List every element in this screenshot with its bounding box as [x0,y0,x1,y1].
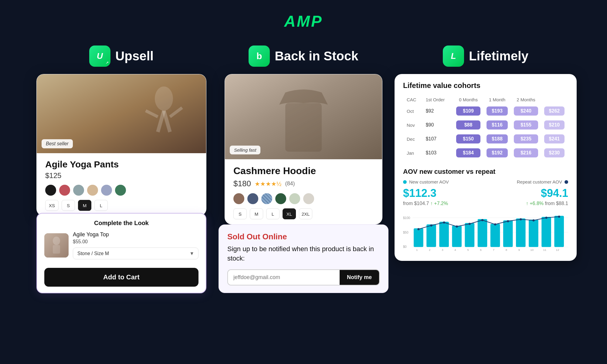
sold-out-title: Sold Out Online [227,232,380,241]
swatch-light-gray[interactable] [303,193,314,204]
legend-repeat-label: Repeat customer AOV [517,179,562,184]
lifetimely-header: L Lifetimely [443,46,528,67]
color-swatches [45,185,198,196]
svg-rect-19 [439,222,449,247]
size-l[interactable]: L [94,200,108,211]
col-header-0mo: 0 Months [454,96,483,103]
product-price: $125 [45,171,198,180]
svg-point-33 [469,223,471,225]
swatch-brown[interactable] [233,193,244,204]
variant-select[interactable]: Stone / Size M Black / Size S White / Si… [73,248,198,259]
svg-point-38 [532,219,534,221]
cell-0mo: $188 [484,133,510,145]
back-size-m[interactable]: M [250,208,263,219]
swatch-navy[interactable] [247,193,258,204]
col-header-2mo: 2 Months [511,96,541,103]
svg-rect-18 [426,224,436,247]
variant-select-wrapper: Stone / Size M Black / Size S White / Si… [73,248,198,259]
svg-rect-10 [285,103,322,152]
svg-point-30 [430,224,432,227]
product-row-info: Agile Yoga Top $55.00 Stone / Size M Bla… [73,231,198,259]
legend-new-customer: New customer AOV [403,179,449,184]
back-in-stock-icon: b [249,46,270,67]
notify-button[interactable]: Notify me [340,270,379,285]
complete-look-title: Complete the Look [44,220,198,227]
cell-month: Oct [404,105,422,117]
svg-point-29 [417,228,419,230]
cell-0mo: $192 [484,147,510,159]
svg-rect-8 [53,245,60,254]
price-rating-row: $180 ★★★★½ (84) [233,179,374,188]
product-name: Agile Yoga Pants [45,159,198,170]
add-to-cart-button[interactable]: Add to Cart [44,268,198,287]
size-s[interactable]: S [62,200,75,211]
swatch-red[interactable] [59,185,70,196]
back-price: $180 [233,179,251,188]
svg-text:6: 6 [480,248,482,251]
svg-point-37 [520,218,522,220]
product-row: Agile Yoga Top $55.00 Stone / Size M Bla… [44,231,198,259]
sold-out-panel: Sold Out Online Sign up to be notified w… [219,224,388,293]
table-row: Dec $107 $150 $188 $235 $241 [404,133,567,145]
back-in-stock-header: b Back in Stock [249,46,358,67]
table-row: Jan $103 $184 $192 $216 $230 [404,147,567,159]
repeat-change-pct: ↑ +6.8% [526,201,544,206]
cell-cac: $92 [423,105,453,117]
swatch-light-green[interactable] [289,193,300,204]
back-in-stock-card: Selling fast Cashmere Hoodie $180 ★★★★½ … [225,74,382,224]
cell-month: Dec [404,133,422,145]
new-aov-change: from $104.7 ↑ +7.2% [403,201,448,206]
svg-text:8: 8 [506,248,507,251]
svg-rect-23 [490,224,500,247]
back-size-xl[interactable]: XL [283,208,296,219]
new-customer-aov: $112.3 [403,187,436,200]
swatch-blue-stripe[interactable] [261,193,272,204]
cell-1st: $88 [454,119,483,131]
upsell-card: Best seller Agile Yoga Pants $125 XS [36,74,206,216]
svg-rect-20 [452,226,462,247]
swatch-gray-blue[interactable] [73,185,84,196]
cell-0mo: $116 [484,119,510,131]
cell-2mo: $210 [542,119,567,131]
back-size-l[interactable]: L [266,208,280,219]
swatch-black[interactable] [45,185,56,196]
swatch-beige[interactable] [87,185,98,196]
repeat-customer-aov: $94.1 [541,187,568,200]
svg-text:$50: $50 [403,231,409,234]
upsell-section: U ↗ Upsell [30,46,212,293]
aov-chart-svg: $100 $50 $0 [403,211,568,254]
size-m[interactable]: M [78,200,91,211]
upsell-header: U ↗ Upsell [89,46,154,67]
back-size-s[interactable]: S [233,208,247,219]
svg-point-32 [456,225,458,228]
selling-fast-badge: Selling fast [230,146,260,154]
col-header-1st: 1st Order [423,96,453,103]
svg-text:4: 4 [454,248,456,251]
svg-point-40 [558,216,560,218]
back-product-info: Cashmere Hoodie $180 ★★★★½ (84) [225,159,382,224]
swatch-dark-green[interactable] [115,185,126,196]
legend-new-label: New customer AOV [409,179,449,184]
back-in-stock-section: b Back in Stock [212,46,395,293]
svg-point-31 [443,221,445,224]
swatch-dark-green2[interactable] [275,193,286,204]
col-header-cac: CAC [404,96,422,103]
ltv-cohorts-title: Lifetime value cohorts [403,81,568,90]
cell-month: Nov [404,119,422,131]
back-size-2xl[interactable]: 2XL [299,208,312,219]
back-product-name: Cashmere Hoodie [233,165,374,177]
cell-cac: $107 [423,133,453,145]
cell-cac: $90 [423,119,453,131]
size-xs[interactable]: XS [45,200,59,211]
email-input[interactable] [228,270,340,285]
repeat-aov-change: ↑ +6.8% from $88.1 [526,201,568,206]
cell-1mo: $235 [511,133,541,145]
svg-text:2: 2 [429,248,430,251]
new-from: from $104.7 [403,201,429,206]
swatch-lavender[interactable] [101,185,112,196]
svg-text:10: 10 [530,248,534,251]
lifetimely-section: L Lifetimely Lifetime value cohorts CAC … [395,46,577,261]
ltv-table: CAC 1st Order 0 Months 1 Month 2 Months … [403,95,568,160]
svg-text:$0: $0 [403,245,407,248]
cell-1mo: $216 [511,147,541,159]
